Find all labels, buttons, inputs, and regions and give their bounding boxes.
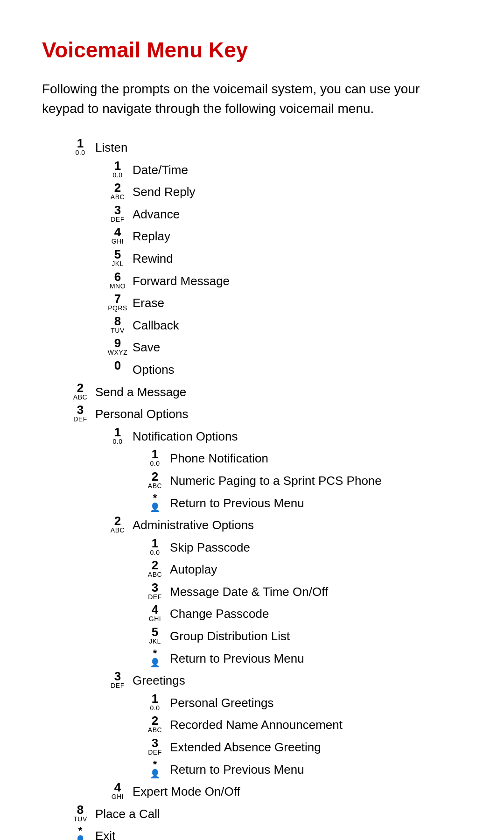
menu-item-label: Extended Absence Greeting: [170, 737, 321, 757]
key-icon-8: 8 TUV: [70, 804, 91, 822]
list-item: 2 ABC Send Reply: [42, 182, 462, 202]
menu-item-label: Notification Options: [133, 426, 238, 447]
list-item: 6 MNO Forward Message: [42, 271, 462, 291]
menu-item-label: Erase: [133, 293, 164, 313]
menu-item-label: Greetings: [133, 670, 185, 691]
key-icon-4: 4 GHI: [145, 603, 165, 622]
list-item: 2 ABC Send a Message: [42, 382, 462, 402]
page-title: Voicemail Menu Key: [42, 37, 462, 63]
menu-item-label: Options: [133, 359, 175, 380]
list-item: 8 TUV Callback: [42, 315, 462, 336]
key-icon-5: 5 JKL: [107, 248, 128, 267]
menu-item-label: Advance: [133, 204, 180, 224]
list-item: 1 0.0 Phone Notification: [42, 448, 462, 469]
menu-item-label: Personal Options: [95, 404, 188, 424]
list-item: 3 DEF Message Date & Time On/Off: [42, 581, 462, 602]
key-icon-7: 7 PQRS: [107, 293, 128, 311]
list-item: 3 DEF Personal Options: [42, 404, 462, 424]
key-icon-1: 1 0.0: [145, 693, 165, 711]
list-item: 3 DEF Advance: [42, 204, 462, 224]
list-item: 3 DEF Extended Absence Greeting: [42, 737, 462, 757]
key-icon-3: 3 DEF: [107, 204, 128, 223]
menu-item-label: Return to Previous Menu: [170, 759, 304, 780]
key-icon-5: 5 JKL: [145, 626, 165, 644]
menu-item-label: Rewind: [133, 248, 173, 269]
list-item: 2 ABC Numeric Paging to a Sprint PCS Pho…: [42, 470, 462, 491]
list-item: 9 WXYZ Save: [42, 337, 462, 357]
list-item: 2 ABC Recorded Name Announcement: [42, 714, 462, 735]
list-item: 2 ABC Administrative Options: [42, 515, 462, 535]
star-key-icon: * 👤: [145, 759, 165, 778]
menu-item-label: Date/Time: [133, 160, 188, 180]
key-icon-3: 3 DEF: [145, 737, 165, 756]
key-icon-2: 2 ABC: [145, 470, 165, 489]
list-item: 1 0.0 Skip Passcode: [42, 537, 462, 558]
list-item: 2 ABC Autoplay: [42, 559, 462, 580]
page-container: Voicemail Menu Key Following the prompts…: [0, 0, 504, 840]
menu-item-label: Send Reply: [133, 182, 195, 202]
key-icon-3: 3 DEF: [107, 670, 128, 689]
menu-item-label: Return to Previous Menu: [170, 648, 304, 669]
list-item: 1 0.0 Date/Time: [42, 160, 462, 180]
list-item: 4 GHI Change Passcode: [42, 603, 462, 624]
key-icon-1: 1 0.0: [70, 137, 91, 156]
menu-item-label: Expert Mode On/Off: [133, 781, 240, 802]
list-item: * 👤 Return to Previous Menu: [42, 648, 462, 669]
list-item: * 👤 Return to Previous Menu: [42, 493, 462, 513]
key-icon-1: 1 0.0: [107, 426, 128, 445]
key-icon-3: 3 DEF: [145, 581, 165, 600]
key-icon-2: 2 ABC: [107, 515, 128, 533]
key-icon-2: 2 ABC: [145, 559, 165, 578]
key-icon-1: 1 0.0: [145, 448, 165, 467]
list-item: * 👤 Exit: [42, 826, 462, 840]
menu-item-label: Administrative Options: [133, 515, 254, 535]
list-item: 1 0.0 Listen: [42, 137, 462, 158]
key-icon-9: 9 WXYZ: [107, 337, 128, 356]
list-item: 1 0.0 Personal Greetings: [42, 693, 462, 713]
star-key-icon: * 👤: [145, 648, 165, 667]
key-icon-3: 3 DEF: [70, 404, 91, 422]
key-icon-6: 6 MNO: [107, 271, 128, 289]
intro-text: Following the prompts on the voicemail s…: [42, 79, 462, 119]
menu-tree: 1 0.0 Listen 1 0.0 Date/Time 2 ABC Send …: [42, 137, 462, 840]
star-key-icon: * 👤: [70, 826, 91, 840]
menu-item-label: Save: [133, 337, 160, 357]
menu-item-label: Group Distribution List: [170, 626, 290, 646]
key-icon-8: 8 TUV: [107, 315, 128, 334]
key-icon-2: 2 ABC: [70, 382, 91, 400]
menu-item-label: Forward Message: [133, 271, 230, 291]
menu-item-label: Autoplay: [170, 559, 217, 580]
menu-item-label: Phone Notification: [170, 448, 268, 469]
menu-item-label: Change Passcode: [170, 603, 269, 624]
menu-item-label: Replay: [133, 226, 170, 246]
list-item: 1 0.0 Notification Options: [42, 426, 462, 447]
list-item: 5 JKL Group Distribution List: [42, 626, 462, 646]
key-icon-4: 4 GHI: [107, 226, 128, 245]
star-key-icon: * 👤: [145, 493, 165, 511]
list-item: * 👤 Return to Previous Menu: [42, 759, 462, 780]
list-item: 7 PQRS Erase: [42, 293, 462, 313]
key-icon-2: 2 ABC: [107, 182, 128, 200]
menu-item-label: Recorded Name Announcement: [170, 714, 343, 735]
list-item: 0 Options: [42, 359, 462, 380]
menu-item-label: Exit: [95, 826, 115, 840]
key-icon-1: 1 0.0: [145, 537, 165, 556]
menu-item-label: Return to Previous Menu: [170, 493, 304, 513]
list-item: 5 JKL Rewind: [42, 248, 462, 269]
list-item: 4 GHI Replay: [42, 226, 462, 246]
menu-item-label: Send a Message: [95, 382, 186, 402]
list-item: 8 TUV Place a Call: [42, 804, 462, 824]
menu-item-label: Skip Passcode: [170, 537, 250, 558]
key-icon-0: 0: [107, 359, 128, 371]
menu-item-label: Callback: [133, 315, 179, 336]
key-icon-4: 4 GHI: [107, 781, 128, 800]
key-icon-2: 2 ABC: [145, 714, 165, 733]
menu-item-label: Message Date & Time On/Off: [170, 581, 328, 602]
menu-item-label: Place a Call: [95, 804, 160, 824]
list-item: 4 GHI Expert Mode On/Off: [42, 781, 462, 802]
menu-item-label: Listen: [95, 137, 127, 158]
key-icon-1: 1 0.0: [107, 160, 128, 178]
menu-item-label: Personal Greetings: [170, 693, 274, 713]
menu-item-label: Numeric Paging to a Sprint PCS Phone: [170, 470, 382, 491]
list-item: 3 DEF Greetings: [42, 670, 462, 691]
